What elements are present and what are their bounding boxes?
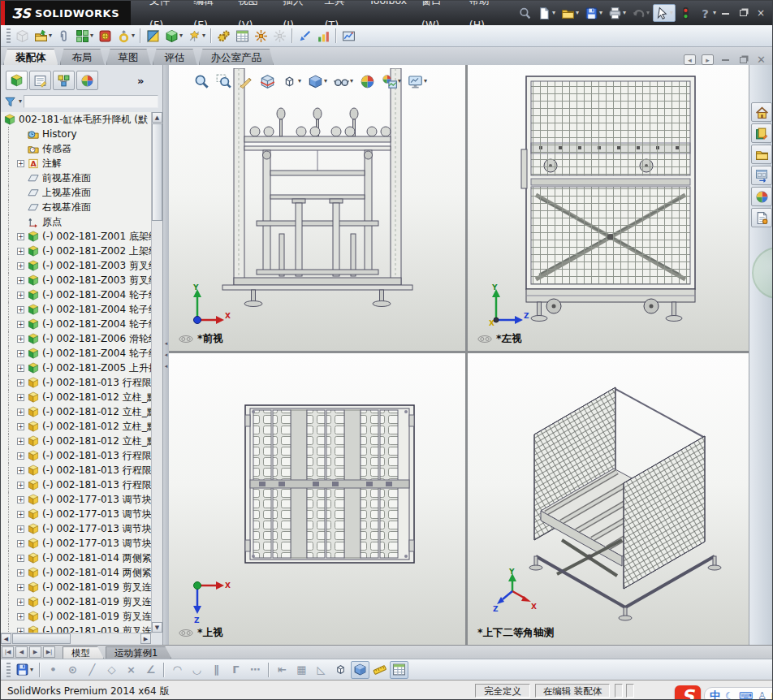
solidworks-resources-tab[interactable] [751, 102, 772, 122]
sketch-cross-button[interactable]: × [122, 661, 140, 679]
dropdown-arrow[interactable]: ▾ [646, 10, 650, 16]
dropdown-arrow[interactable]: ▾ [398, 78, 401, 84]
dropdown-arrow[interactable]: ▾ [576, 10, 579, 16]
expand-icon[interactable]: + [17, 569, 24, 577]
expand-icon[interactable]: + [17, 555, 24, 562]
sketch-corner-button[interactable]: Γ [227, 661, 245, 679]
exploded-view-button[interactable] [252, 27, 270, 45]
expand-icon[interactable]: + [17, 584, 24, 591]
panel-splitter[interactable]: ◂◂◂ [163, 65, 169, 645]
viewport-horizontal-splitter[interactable] [169, 351, 749, 353]
dropdown-arrow[interactable]: ▾ [202, 32, 205, 39]
scroll-up-arrow[interactable]: ▲ [152, 112, 162, 123]
tree-item[interactable]: +(-) 002-181-Z004 轮子组 [1, 287, 152, 302]
linear-component-pattern-button[interactable]: ▾ [73, 27, 96, 45]
appearances-scenes-tab[interactable] [751, 187, 772, 206]
tree-item[interactable]: +(-) 002-181-Z002 上架组 [1, 244, 152, 258]
viewport-isometric[interactable]: Y X Z *上下二等角轴测 [468, 353, 749, 645]
sketch-construction-button[interactable]: ⋯ [246, 661, 265, 679]
zoom-to-fit-button[interactable] [192, 71, 212, 91]
ime-logo[interactable]: S [675, 685, 701, 700]
previous-view-button[interactable] [235, 71, 256, 91]
zoom-to-area-button[interactable] [214, 71, 234, 91]
interrupt-button[interactable] [676, 4, 695, 22]
tree-item[interactable]: +(-) 002-181-014 两侧紧固 [1, 565, 152, 580]
edit-appearance-button[interactable] [357, 71, 378, 91]
smart-fasteners-button[interactable] [96, 27, 114, 45]
show-hidden-components-button[interactable] [144, 27, 162, 45]
expand-icon[interactable]: + [17, 335, 24, 343]
view-orientation-button[interactable]: ▾ [279, 71, 304, 91]
undo-button[interactable]: ▾ [629, 4, 652, 22]
tree-item[interactable]: +(-) 002-181-Z005 上升挡 [1, 361, 152, 375]
expand-icon[interactable]: + [17, 525, 24, 533]
sketch-point-button[interactable]: • [44, 661, 63, 679]
filter-icon[interactable] [4, 96, 16, 108]
dropdown-arrow[interactable]: ▾ [552, 10, 555, 16]
ime-language-indicator[interactable]: 中 [710, 689, 720, 700]
select-cursor-button[interactable]: ▾ [653, 4, 676, 22]
previous-window-button[interactable]: ◂ [684, 54, 696, 65]
propertymanager-tab[interactable] [29, 71, 51, 90]
dropdown-arrow[interactable]: ▾ [298, 78, 301, 84]
viewport-left[interactable]: Y Z X *左视 [468, 65, 749, 351]
next-tab-button[interactable]: ▶ [29, 646, 41, 658]
scroll-down-arrow[interactable]: ▼ [152, 622, 162, 633]
command-tab-4[interactable]: 办公室产品 [199, 49, 274, 65]
document-restore-button[interactable] [737, 54, 749, 65]
configurationmanager-tab[interactable] [53, 71, 75, 90]
expand-icon[interactable]: + [17, 467, 24, 474]
tree-item[interactable]: +(-) 002-181-012 立柱_默 [1, 404, 152, 419]
expand-icon[interactable]: + [17, 248, 24, 255]
sketch-polygon-button[interactable]: ◇ [102, 661, 121, 679]
edit-component-button[interactable] [13, 27, 32, 45]
sketch-angle-button[interactable]: ∠ [141, 661, 160, 679]
dimension-button[interactable]: ⇤ [273, 661, 291, 679]
expand-icon[interactable]: + [17, 496, 24, 503]
new-document-button[interactable]: ▾ [535, 4, 558, 22]
grid-snap-button[interactable]: ▦ [292, 661, 311, 679]
dropdown-arrow[interactable]: ▾ [179, 32, 183, 39]
performance-evaluation-button[interactable] [339, 27, 358, 45]
tree-item[interactable]: +(-) 002-181-Z001 底架组 [1, 229, 152, 244]
tree-item[interactable]: +(-) 002-181-Z004 轮子组 [1, 317, 152, 331]
view-settings-button[interactable]: ▾ [405, 71, 430, 91]
tree-item[interactable]: History [1, 127, 152, 141]
tree-item[interactable]: 前视基准面 [1, 171, 152, 185]
expand-icon[interactable]: + [17, 365, 24, 372]
dropdown-arrow[interactable]: ▾ [90, 32, 93, 39]
apply-scene-button[interactable]: ▾ [379, 71, 404, 91]
expand-icon[interactable]: + [17, 233, 24, 240]
sketch-line-button[interactable]: ╱ [83, 661, 101, 679]
scroll-thumb-horizontal[interactable] [12, 633, 71, 644]
first-tab-button[interactable]: |◀ [2, 646, 14, 658]
expand-icon[interactable]: + [17, 511, 24, 518]
filter-dropdown-arrow[interactable]: ▾ [19, 98, 22, 105]
dropdown-arrow[interactable]: ▾ [350, 78, 353, 84]
minimize-button[interactable] [719, 7, 732, 19]
expand-icon[interactable]: + [17, 438, 24, 445]
sketch-arc-button[interactable]: ◠ [168, 661, 187, 679]
tree-item[interactable]: +(-) 002-181-019 剪叉连接 [1, 594, 152, 609]
expand-icon[interactable]: + [17, 350, 24, 357]
dropdown-arrow[interactable]: ▾ [30, 667, 33, 673]
display-style-button[interactable]: ▾ [305, 71, 330, 91]
mate-button[interactable] [54, 27, 73, 45]
expand-icon[interactable]: + [17, 613, 24, 620]
hide-show-items-button[interactable]: ▾ [331, 71, 356, 91]
tree-item[interactable]: 传感器 [1, 141, 152, 156]
section-view-button[interactable] [257, 71, 278, 91]
shaded-display-button[interactable] [351, 661, 369, 679]
ime-toolbar[interactable]: S 中 ☾⌨♙▣✱ [675, 685, 773, 700]
tree-item[interactable]: 原点 [1, 214, 152, 229]
expand-icon[interactable]: + [17, 598, 24, 606]
move-component-button[interactable]: ▾ [114, 27, 137, 45]
tree-item[interactable]: 上视基准面 [1, 185, 152, 200]
open-document-button[interactable]: ▾ [559, 4, 581, 22]
tree-horizontal-scrollbar[interactable]: ◀ ▶ [1, 633, 152, 644]
scroll-left-arrow[interactable]: ◀ [1, 633, 11, 644]
command-tab-2[interactable]: 草图 [106, 49, 151, 65]
document-close-button[interactable]: ✕ [755, 54, 767, 65]
tree-item[interactable]: +(-) 002-181-013 行程限位 [1, 477, 152, 492]
file-explorer-tab[interactable] [751, 145, 772, 164]
